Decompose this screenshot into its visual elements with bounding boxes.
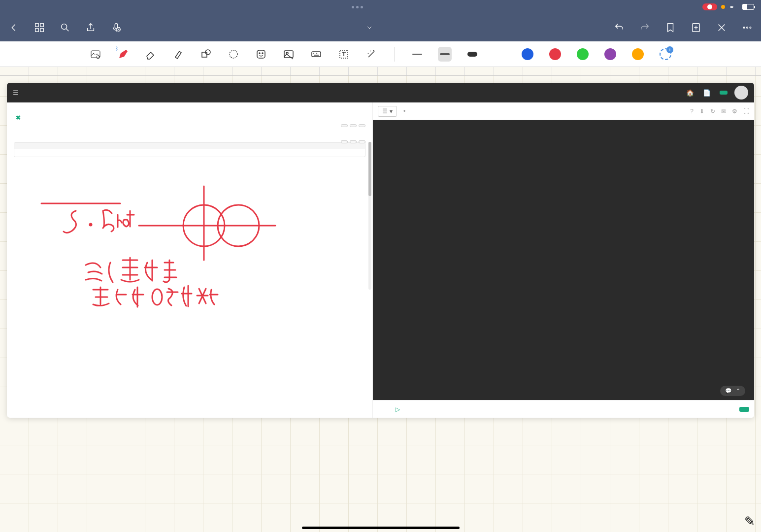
- image-insert-tool[interactable]: [89, 47, 102, 62]
- redo-icon[interactable]: [639, 22, 651, 33]
- back-icon[interactable]: [8, 22, 20, 33]
- menu-icon[interactable]: ☰: [13, 89, 19, 97]
- canvas[interactable]: ☰ 🏠 📄 ✖: [0, 76, 761, 532]
- markdown-button[interactable]: [341, 140, 348, 143]
- lasso-tool[interactable]: [227, 47, 240, 62]
- svg-point-18: [262, 53, 263, 54]
- color-green[interactable]: [576, 47, 590, 62]
- svg-point-9: [747, 27, 748, 29]
- sample-input-box: [14, 142, 365, 157]
- color-purple[interactable]: [603, 47, 617, 62]
- color-red[interactable]: [548, 47, 562, 62]
- language-select[interactable]: ☰ ▾: [378, 106, 397, 117]
- code-panel: ☰ ▾ • ? ⬇ ↻ ✉ ⚙ ⛶ 💬 ⌃: [373, 102, 754, 418]
- svg-rect-3: [40, 29, 43, 32]
- keyboard-tool[interactable]: [309, 47, 323, 62]
- copy-button[interactable]: [350, 124, 357, 127]
- svg-point-8: [743, 27, 745, 29]
- stroke-thin[interactable]: [410, 47, 424, 62]
- pencil-corner-icon[interactable]: ✎: [744, 514, 755, 529]
- svg-rect-21: [312, 52, 321, 57]
- ruler: [0, 67, 761, 76]
- battery-icon: [742, 4, 754, 10]
- stroke-medium[interactable]: [438, 47, 452, 62]
- svg-point-15: [230, 50, 237, 58]
- sticker-tool[interactable]: [254, 47, 268, 62]
- highlighter-tool[interactable]: [171, 47, 185, 62]
- magic-tool[interactable]: [364, 47, 378, 62]
- search-icon[interactable]: [59, 22, 71, 33]
- stroke-thick[interactable]: [465, 47, 479, 62]
- shape-tool[interactable]: [199, 47, 213, 62]
- svg-rect-16: [257, 50, 265, 58]
- color-blue[interactable]: [521, 47, 534, 62]
- text-tool[interactable]: [337, 47, 351, 62]
- bookmark-icon[interactable]: [664, 22, 676, 33]
- color-black[interactable]: [493, 47, 507, 62]
- code-editor[interactable]: [373, 120, 754, 400]
- eraser-tool[interactable]: [144, 47, 158, 62]
- fullscreen-icon[interactable]: ⛶: [743, 108, 749, 115]
- share-icon[interactable]: [85, 22, 97, 33]
- photo-tool[interactable]: [282, 47, 296, 62]
- page-header: ☰ 🏠 📄: [7, 83, 754, 102]
- svg-point-4: [62, 24, 67, 30]
- translate-button[interactable]: [359, 124, 365, 127]
- status-bar: ⚭: [0, 0, 761, 14]
- recording-indicator[interactable]: [702, 3, 717, 10]
- home-indicator[interactable]: [302, 527, 460, 529]
- svg-rect-0: [35, 24, 38, 27]
- color-orange[interactable]: [631, 47, 645, 62]
- svg-point-10: [750, 27, 751, 29]
- link-icon: ⚭: [729, 3, 734, 11]
- settings-button[interactable]: [720, 91, 728, 95]
- svg-rect-19: [284, 51, 293, 58]
- settings-icon[interactable]: ⚙: [732, 108, 737, 115]
- mic-off-icon[interactable]: [110, 22, 122, 33]
- svg-rect-2: [35, 29, 38, 32]
- help-icon[interactable]: ?: [690, 108, 694, 115]
- svg-point-17: [259, 53, 260, 54]
- more-icon[interactable]: [741, 22, 753, 33]
- desc-text: [14, 126, 365, 137]
- download-icon[interactable]: ⬇: [699, 108, 704, 115]
- mic-indicator: [721, 5, 725, 9]
- page-title[interactable]: [364, 25, 372, 30]
- contest-home-link[interactable]: 🏠: [686, 89, 696, 97]
- avatar[interactable]: [734, 86, 748, 100]
- nav-bar: [0, 14, 761, 41]
- note-icon[interactable]: ✉: [721, 108, 726, 115]
- tool-bar: ᛒ: [0, 41, 761, 67]
- undo-icon[interactable]: [613, 22, 625, 33]
- submit-button[interactable]: [739, 407, 749, 412]
- scrollbar[interactable]: [368, 142, 371, 290]
- run-button[interactable]: ▷: [396, 406, 402, 413]
- svg-rect-13: [202, 52, 207, 57]
- copy-button[interactable]: [350, 140, 357, 143]
- chat-button[interactable]: 💬 ⌃: [720, 386, 745, 396]
- grid-icon[interactable]: [33, 22, 45, 33]
- translate-button[interactable]: [359, 140, 365, 143]
- add-page-icon[interactable]: [690, 22, 702, 33]
- problem-panel[interactable]: ✖: [7, 102, 373, 418]
- svg-rect-1: [40, 24, 43, 27]
- refresh-icon[interactable]: ↻: [710, 108, 715, 115]
- pen-tool[interactable]: ᛒ: [116, 47, 130, 62]
- close-icon[interactable]: [716, 22, 728, 33]
- camera-indicator: [352, 6, 363, 8]
- mode-label: •: [403, 108, 405, 115]
- chevron-down-icon: [367, 25, 372, 30]
- embedded-page: ☰ 🏠 📄 ✖: [7, 83, 754, 418]
- desc-title: ✖: [14, 114, 365, 121]
- color-add[interactable]: [659, 47, 672, 62]
- markdown-button[interactable]: [341, 124, 348, 127]
- svg-point-12: [97, 56, 99, 59]
- my-submissions-link[interactable]: 📄: [703, 89, 713, 97]
